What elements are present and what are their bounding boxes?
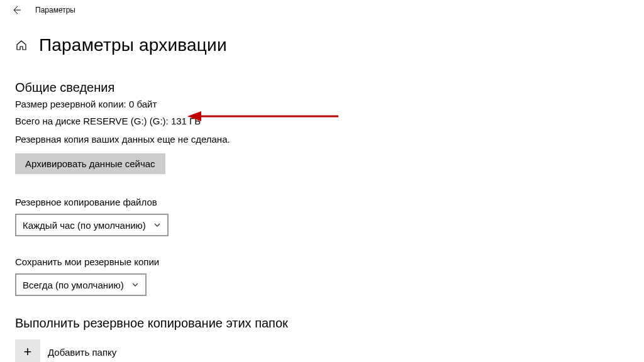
chevron-down-icon [131,281,139,288]
page-header: Параметры архивации [15,35,644,55]
plus-icon: + [15,339,40,362]
chevron-down-icon [153,221,161,229]
page-title: Параметры архивации [39,35,227,55]
titlebar: Параметры [0,0,644,20]
backup-now-button[interactable]: Архивировать данные сейчас [15,153,165,174]
frequency-selected: Каждый час (по умолчанию) [23,220,146,231]
retention-label: Сохранить мои резервные копии [15,256,644,267]
titlebar-label: Параметры [35,6,75,14]
add-folder-row[interactable]: + Добавить папку [15,339,644,362]
home-icon[interactable] [15,39,28,52]
not-backed-up-text: Резервная копия ваших данных еще не сдел… [15,134,644,145]
add-folder-label: Добавить папку [48,347,116,358]
backup-size-text: Размер резервной копии: 0 байт [15,99,644,109]
content: Параметры архивации Общие сведения Разме… [0,20,644,362]
frequency-label: Резервное копирование файлов [15,197,644,207]
frequency-dropdown[interactable]: Каждый час (по умолчанию) [15,214,169,236]
back-button[interactable] [11,5,21,15]
folders-heading: Выполнить резервное копирование этих пап… [15,316,644,331]
disk-total-text: Всего на диске RESERVE (G:) (G:): 131 ГБ [15,116,644,126]
retention-selected: Всегда (по умолчанию) [23,280,124,290]
overview-heading: Общие сведения [15,80,644,95]
retention-dropdown[interactable]: Всегда (по умолчанию) [15,273,147,296]
